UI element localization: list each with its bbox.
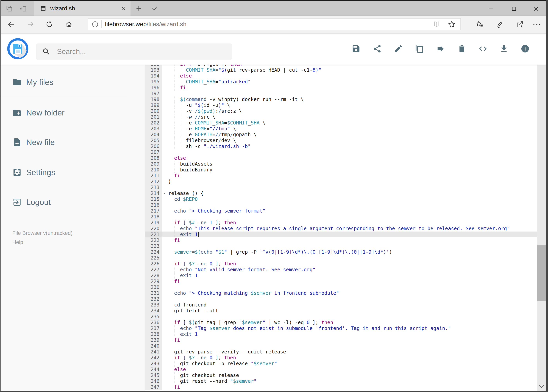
search-input[interactable]: Search... [36, 43, 232, 60]
code-line-212[interactable]: 212} [145, 179, 537, 185]
line-number[interactable]: 203 [145, 126, 162, 132]
line-number[interactable]: 236 [145, 320, 162, 325]
code-line-217[interactable]: 217echo "> Checking semver format" [145, 208, 537, 214]
code-line-203[interactable]: 203-e HOME="//tmp" \ [145, 126, 537, 132]
line-number[interactable]: 197 [145, 91, 162, 97]
code-line-244[interactable]: 244else [145, 367, 537, 372]
code-line-195[interactable]: 195COMMIT_SHA="untracked" [145, 79, 537, 85]
line-number[interactable]: 223 [145, 243, 162, 249]
line-number[interactable]: 222 [145, 237, 162, 243]
code-line-237[interactable]: 237echo "Tag $semver does not exist in s… [145, 325, 537, 331]
code-line-210[interactable]: 210buildBinary [145, 167, 537, 173]
forward-icon[interactable] [27, 20, 35, 28]
line-number[interactable]: 205 [145, 138, 162, 143]
help-link[interactable]: Help [12, 238, 73, 247]
code-line-207[interactable]: 207 [145, 149, 537, 155]
line-number[interactable]: 227 [145, 267, 162, 273]
line-number[interactable]: 192 [145, 65, 162, 67]
line-number[interactable]: 225 [145, 255, 162, 261]
sidebar-item-new-file[interactable]: New file [0, 132, 127, 153]
page-info-icon[interactable] [91, 21, 99, 28]
code-line-242[interactable]: 242if [ $? -ne 0 ]; then [145, 355, 537, 361]
fold-arrow-icon[interactable]: ▾ [163, 191, 165, 196]
line-number[interactable]: 231 [145, 290, 162, 296]
code-line-227[interactable]: 227echo "Not valid semver format. See se… [145, 267, 537, 273]
new-tab-button[interactable] [135, 5, 142, 12]
line-number[interactable]: 216 [145, 202, 162, 208]
code-area[interactable]: 192if [ -d /.git ]; then193COMMIT_SHA="$… [145, 65, 537, 390]
line-number[interactable]: 212 [145, 179, 162, 185]
code-line-219[interactable]: 219if [ $# -ne 1 ]; then [145, 220, 537, 226]
line-number[interactable]: 219 [145, 220, 162, 226]
code-line-223[interactable]: 223 [145, 243, 537, 249]
code-line-224[interactable]: 224semver=$(echo "$1" | grep -P '^v(0|[1… [145, 249, 537, 255]
ink-notes-icon[interactable] [496, 20, 504, 28]
line-number[interactable]: 230 [145, 284, 162, 290]
code-view-button[interactable] [478, 44, 487, 53]
code-line-204[interactable]: 204-e GOPATH=//tmp/gopath \ [145, 132, 537, 138]
sidebar-item-settings[interactable]: Settings [0, 162, 127, 183]
code-editor[interactable]: 192if [ -d /.git ]; then193COMMIT_SHA="$… [145, 65, 537, 392]
code-line-194[interactable]: 194else [145, 73, 537, 79]
code-line-214[interactable]: 214▾release () { [145, 190, 537, 196]
line-number[interactable]: 201 [145, 114, 162, 120]
line-number[interactable]: 215 [145, 196, 162, 202]
set-aside-tabs-icon[interactable] [20, 5, 27, 13]
code-line-239[interactable]: 239fi [145, 337, 537, 343]
line-number[interactable]: 238 [145, 331, 162, 337]
code-line-236[interactable]: 236if [ $(git tag | grep "$semver" | wc … [145, 320, 537, 325]
line-number[interactable]: 209 [145, 161, 162, 167]
code-line-200[interactable]: 200-v /$(pwd):/src:z \ [145, 108, 537, 114]
line-number[interactable]: 232 [145, 296, 162, 302]
tab-preview-icon[interactable] [6, 5, 13, 13]
maximize-button[interactable] [505, 4, 523, 14]
code-line-235[interactable]: 235 [145, 314, 537, 320]
code-line-231[interactable]: 231echo "> Checking matching $semver in … [145, 290, 537, 296]
line-number[interactable]: 233 [145, 302, 162, 308]
line-number[interactable]: 199 [145, 102, 162, 108]
close-button[interactable] [527, 4, 545, 14]
line-number[interactable]: 243 [145, 361, 162, 367]
line-number[interactable]: 194 [145, 73, 162, 79]
code-line-247[interactable]: 247fi [145, 384, 537, 390]
code-line-230[interactable]: 230 [145, 284, 537, 290]
line-number[interactable]: 241 [145, 349, 162, 355]
code-line-221[interactable]: 221exit 1 [145, 231, 537, 237]
copy-button[interactable] [415, 44, 424, 53]
line-number[interactable]: 218 [145, 214, 162, 220]
line-number[interactable]: 229 [145, 279, 162, 284]
line-number[interactable]: 239 [145, 337, 162, 343]
save-button[interactable] [352, 44, 361, 53]
line-number[interactable]: 217 [145, 208, 162, 214]
code-line-211[interactable]: 211fi [145, 173, 537, 179]
line-number[interactable]: 200 [145, 108, 162, 114]
line-number[interactable]: 247 [145, 384, 162, 390]
code-line-222[interactable]: 222fi [145, 237, 537, 243]
code-line-233[interactable]: 233cd frontend [145, 302, 537, 308]
code-line-245[interactable]: 245git checkout release [145, 372, 537, 378]
code-line-209[interactable]: 209buildAssets [145, 161, 537, 167]
scroll-down-icon[interactable] [537, 382, 546, 391]
delete-button[interactable] [457, 44, 466, 53]
line-number[interactable]: 242 [145, 355, 162, 361]
line-number[interactable]: 220 [145, 226, 162, 231]
line-number[interactable]: 244 [145, 367, 162, 372]
minimize-button[interactable] [482, 4, 500, 14]
refresh-icon[interactable] [45, 20, 53, 28]
code-line-193[interactable]: 193COMMIT_SHA="$(git rev-parse HEAD | cu… [145, 67, 537, 73]
code-line-196[interactable]: 196fi [145, 85, 537, 91]
code-line-216[interactable]: 216 [145, 202, 537, 208]
code-line-226[interactable]: 226if [ $? -ne 0 ]; then [145, 261, 537, 267]
code-line-225[interactable]: 225 [145, 255, 537, 261]
line-number[interactable]: 211 [145, 173, 162, 179]
code-line-201[interactable]: 201-w //src \ [145, 114, 537, 120]
line-number[interactable]: 221 [145, 231, 162, 237]
code-line-220[interactable]: 220echo "This release script requires a … [145, 226, 537, 231]
line-number[interactable]: 246 [145, 378, 162, 384]
code-line-208[interactable]: 208else [145, 155, 537, 161]
code-line-234[interactable]: 234git fetch --all [145, 308, 537, 314]
code-line-199[interactable]: 199-u "$(id -u)" \ [145, 102, 537, 108]
page-scrollbar[interactable] [537, 36, 546, 391]
scrollbar-thumb[interactable] [537, 245, 546, 301]
line-number[interactable]: 226 [145, 261, 162, 267]
